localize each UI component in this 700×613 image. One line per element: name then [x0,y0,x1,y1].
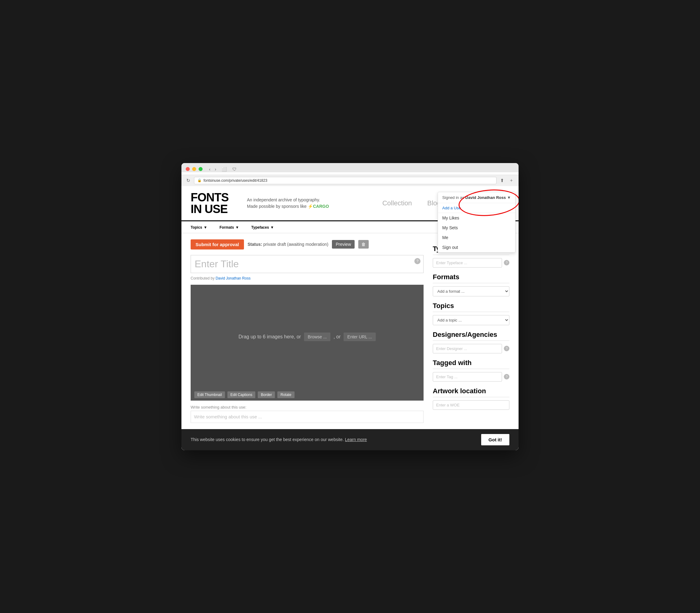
nav-buttons: ‹ › [208,166,217,172]
right-column: Typefaces ? Formats Add a format ... Top… [433,239,510,423]
titlebar: ‹ › ⬜ 🛡 [186,166,514,172]
title-input[interactable] [190,255,424,273]
upload-prompt: Drag up to 6 images here, or Browse ... … [238,332,375,341]
edit-captions-button[interactable]: Edit Captions [227,391,255,398]
browser-chrome: ‹ › ⬜ 🛡 [182,163,518,172]
formats-input-row: Add a format ... [433,286,510,296]
delete-button[interactable]: 🗑 [358,240,369,249]
submit-button[interactable]: Submit for approval [190,239,244,249]
rotate-button[interactable]: Rotate [277,391,294,398]
lock-icon: 🔒 [197,178,202,182]
site-logo: FONTS IN USE [190,192,229,215]
topics-section-title: Topics [433,302,510,310]
description-input[interactable] [190,411,424,423]
user-dropdown: Signed in as David Jonathan Ross ▼ Add a… [438,192,515,252]
nav-topics[interactable]: Topics ▼ [190,224,207,230]
share-button[interactable]: ⬆ [499,177,505,184]
designer-help[interactable]: ? [504,346,510,351]
artwork-section-title: Artwork location [433,387,510,395]
dropdown-my-likes[interactable]: My Likes [438,213,515,223]
cookie-banner: This website uses cookies to ensure you … [182,429,518,450]
url-text: fontsinuse.com/private/uses/edit/41823 [203,178,267,183]
preview-button[interactable]: Preview [332,240,355,249]
dropdown-header: Signed in as David Jonathan Ross ▼ [438,192,515,203]
dropdown-sign-out[interactable]: Sign out [438,243,515,252]
designers-input-row: ? [433,344,510,353]
artwork-input-row [433,400,510,410]
contributor-link[interactable]: David Jonathan Ross [215,276,250,281]
formats-section-title: Formats [433,273,510,281]
url-button[interactable]: Enter URL ... [344,332,375,341]
site-nav-links: Collection Blog [382,199,441,207]
site-header: FONTS IN USE An independent archive of t… [182,186,518,221]
sidebar-button[interactable]: ⬜ [220,166,228,172]
designers-section-title: Designers/Agencies [433,331,510,339]
dropdown-me[interactable]: Me [438,233,515,243]
browser-window: ‹ › ⬜ 🛡 ↻ 🔒 fontsinuse.com/private/uses/… [182,163,518,450]
contributed-by: Contributed by David Jonathan Ross [190,276,424,281]
tag-help[interactable]: ? [504,374,510,379]
nav-typefaces[interactable]: Typefaces ▼ [251,224,274,230]
header-right: Signed in as David Jonathan Ross ▼ 🔍 or … [441,195,510,211]
woe-input[interactable] [433,400,510,410]
tagged-section-title: Tagged with [433,359,510,367]
dropdown-my-sets[interactable]: My Sets [438,223,515,233]
description-label: Write something about this use: [190,405,424,409]
main-content: Submit for approval Status: private draf… [182,233,518,429]
cargo-link[interactable]: ⚡CARGO [308,204,329,209]
page-content: FONTS IN USE An independent archive of t… [182,186,518,450]
dropdown-add-use[interactable]: Add a Use [438,203,515,213]
title-help-badge[interactable]: ? [414,258,421,264]
forward-button[interactable]: › [213,166,218,172]
image-toolbar: Edit Thumbnail Edit Captions Border Rota… [190,389,424,401]
title-section: ? [190,255,424,273]
typefaces-input-row: ? [433,258,510,268]
new-tab-button[interactable]: ＋ [508,177,515,184]
browse-button[interactable]: Browse ... [304,332,330,341]
refresh-button[interactable]: ↻ [185,177,191,184]
tag-input[interactable] [433,372,502,382]
tagged-input-row: ? [433,372,510,382]
edit-thumbnail-button[interactable]: Edit Thumbnail [194,391,225,398]
site-tagline: An independent archive of typography. Ma… [247,197,383,210]
close-traffic-light[interactable] [186,167,190,171]
border-button[interactable]: Border [258,391,275,398]
maximize-traffic-light[interactable] [199,167,202,171]
address-bar[interactable]: 🔒 fontsinuse.com/private/uses/edit/41823 [194,177,497,184]
shield-button[interactable]: 🛡 [231,166,238,172]
cookie-accept-button[interactable]: Got it! [481,434,510,445]
back-button[interactable]: ‹ [208,166,212,172]
image-upload-area[interactable]: Drag up to 6 images here, or Browse ... … [190,285,424,389]
nav-collection[interactable]: Collection [382,199,412,207]
designer-input[interactable] [433,344,502,353]
formats-select[interactable]: Add a format ... [433,286,510,296]
topics-input-row: Add a topic ... [433,315,510,325]
nav-formats[interactable]: Formats ▼ [220,224,239,230]
typeface-input[interactable] [433,258,502,268]
typeface-help[interactable]: ? [504,260,510,265]
cookie-text: This website uses cookies to ensure you … [190,437,367,442]
tagline-area: An independent archive of typography. Ma… [241,197,383,210]
edit-toolbar: Submit for approval Status: private draf… [190,239,424,249]
status-label: Status: private draft (awaiting moderati… [248,242,329,247]
left-column: Submit for approval Status: private draf… [190,239,424,423]
cookie-learn-more[interactable]: Learn more [345,437,367,442]
browser-toolbar: ↻ 🔒 fontsinuse.com/private/uses/edit/418… [182,175,518,186]
minimize-traffic-light[interactable] [192,167,196,171]
topics-select[interactable]: Add a topic ... [433,315,510,325]
